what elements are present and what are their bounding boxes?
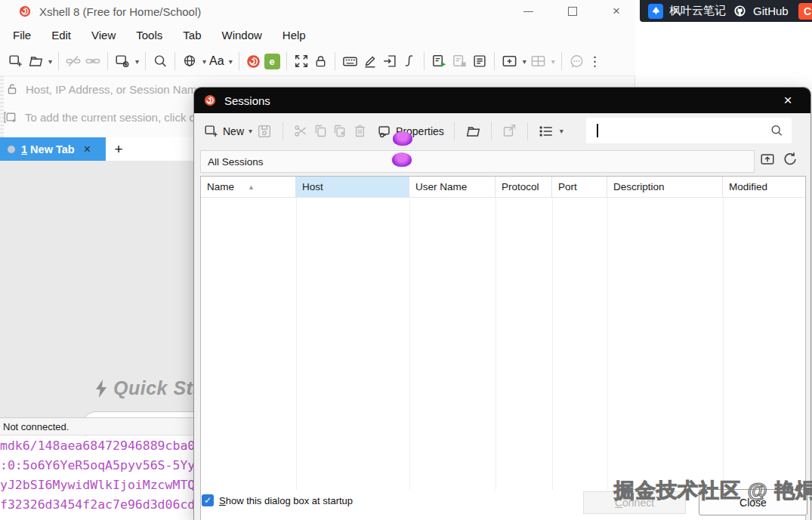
session-search-input[interactable] [586,125,769,137]
font-icon[interactable]: Aa [209,54,224,68]
menu-tools[interactable]: Tools [136,29,162,42]
cut-icon [293,123,309,139]
github-icon[interactable] [732,4,747,19]
sort-asc-icon: ▲ [248,183,255,191]
unlock-icon [5,82,20,97]
keyboard-icon[interactable] [341,53,359,70]
ink-blob [392,152,412,167]
copy-icon [313,123,329,139]
github-label[interactable]: GitHub [753,5,789,17]
log-icon[interactable] [471,53,488,69]
session-search-box[interactable] [586,118,792,143]
dialog-title: Sessions [224,94,270,107]
terminal-line: yJ2bSI6MywidWlkIjoiMzcwMTQy [0,475,193,495]
screen: Xshell 8 (Free for Home/School) × File E… [0,0,812,520]
column-header-name[interactable]: Name▲ [201,177,296,197]
session-properties-icon[interactable] [114,53,131,69]
dialog-footer: ✓ Show this dialog box at startup Connec… [194,484,810,520]
menu-bar: File Edit View Tools Tab Window Help [0,23,635,47]
new-session-icon[interactable] [8,53,24,69]
window-title: Xshell 8 (Free for Home/School) [39,5,201,18]
tab-new-tab[interactable]: 1 New Tab × [0,137,106,161]
open-folder-icon[interactable] [27,53,44,69]
sessions-table[interactable]: Name▲ Host User Name Protocol Port Descr… [200,176,806,520]
quick-start-title: Quick Sta [94,377,204,399]
close-dialog-button[interactable]: Close [699,489,807,515]
startup-checkbox[interactable]: ✓ [202,494,214,506]
ink-blob [393,131,412,146]
export-icon [502,123,517,139]
encoding-caret-icon[interactable]: ▾ [202,57,206,66]
menu-view[interactable]: View [91,29,116,42]
encoding-globe-icon[interactable] [181,53,198,69]
session-path-bar[interactable]: All Sessions [200,150,755,173]
new-tab-icon[interactable] [501,53,518,70]
menu-tab[interactable]: Tab [183,29,201,42]
new-session-icon [203,123,220,140]
minimize-button[interactable] [511,0,545,23]
find-icon[interactable] [152,53,168,69]
terminal-line: mdk6/148aea68472946889cba0e [0,436,193,456]
lock-icon[interactable] [313,54,329,69]
xshell-logo-icon [18,5,32,18]
lightning-bolt-icon [94,379,109,398]
column-header-modified[interactable]: Modified [723,177,803,197]
folder-up-icon[interactable] [759,151,776,168]
column-header-host[interactable]: Host [296,177,409,197]
reconnect-icon [85,53,101,69]
chat-icon [568,53,585,70]
paste-icon [332,123,348,139]
close-button[interactable]: × [599,0,634,23]
xftp-app-icon[interactable]: e [264,54,280,69]
compose-pen-icon[interactable] [362,53,378,69]
table-body[interactable] [201,198,805,490]
tab-label: 1 New Tab [21,143,75,155]
logout-icon[interactable] [381,53,398,69]
session-properties-caret-icon[interactable]: ▾ [135,57,139,66]
search-icon[interactable] [769,123,784,138]
new-session-button[interactable]: New ▾ [203,123,252,140]
disconnect-icon [65,53,82,69]
run-script-icon[interactable] [431,53,448,70]
save-icon [256,123,273,140]
connection-status: Not connected. [3,421,69,432]
list-view-caret-icon[interactable]: ▾ [560,127,563,135]
menu-window[interactable]: Window [222,29,262,42]
tab-close-icon[interactable]: × [84,143,91,155]
column-header-port[interactable]: Port [552,177,607,197]
terminal-output: mdk6/148aea68472946889cba0e :0:5o6Y6YeR5… [0,436,193,520]
terminal-line: f32326d3454f2ac7e96d3d06cdb [0,495,193,515]
column-header-description[interactable]: Description [607,177,723,197]
open-folder-caret-icon[interactable]: ▾ [48,57,52,66]
properties-icon [376,123,393,140]
text-caret [597,124,598,137]
column-header-username[interactable]: User Name [409,177,496,197]
stop-script-icon [451,53,468,70]
note-app-icon[interactable] [648,4,663,19]
csdn-icon[interactable]: C [798,3,812,20]
main-toolbar: ▾ ▾ ▾ Aa ▾ e [0,47,635,76]
connect-button: Connect [583,491,686,514]
delete-icon [352,123,368,139]
open-folder-icon[interactable] [465,123,481,140]
column-header-protocol[interactable]: Protocol [496,177,552,197]
dialog-close-button[interactable]: × [773,88,803,113]
maximize-button[interactable] [555,0,590,23]
menu-edit[interactable]: Edit [51,29,71,42]
xshell-logo-icon [203,94,217,107]
menu-file[interactable]: File [13,29,31,42]
xshell-app-icon[interactable] [245,54,261,69]
session-path-label: All Sessions [208,156,264,168]
list-view-icon[interactable] [538,123,554,140]
script-icon[interactable] [401,53,418,69]
refresh-icon[interactable] [782,151,798,168]
fullscreen-icon[interactable] [293,53,310,69]
font-caret-icon[interactable]: ▾ [229,57,233,66]
menu-help[interactable]: Help [283,29,306,42]
note-app-label[interactable]: 枫叶云笔记 [669,4,726,18]
overflow-menu-icon[interactable]: ⋮ [588,54,601,69]
layout-caret-icon: ▾ [551,57,555,66]
new-tab-caret-icon[interactable]: ▾ [523,57,526,66]
new-tab-button[interactable]: + [106,137,131,161]
favorites-hint-text: To add the current session, click o [25,111,196,124]
